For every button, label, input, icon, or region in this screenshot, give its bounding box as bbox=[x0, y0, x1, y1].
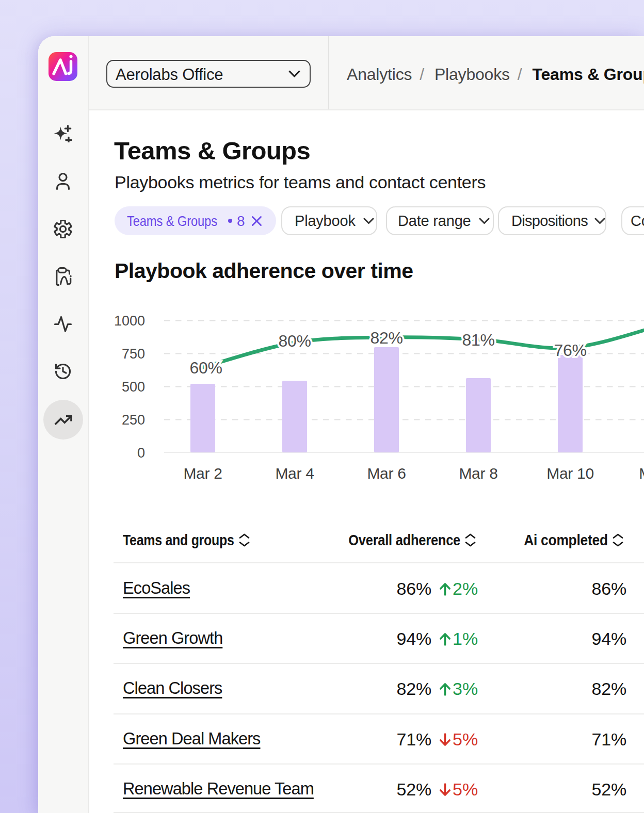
svg-text:500: 500 bbox=[122, 379, 145, 395]
svg-text:0: 0 bbox=[137, 445, 145, 461]
svg-text:Mar 10: Mar 10 bbox=[546, 465, 594, 482]
svg-text:81%: 81% bbox=[462, 331, 494, 349]
svg-text:1000: 1000 bbox=[114, 313, 145, 329]
svg-text:Mar 4: Mar 4 bbox=[275, 465, 314, 482]
svg-text:60%: 60% bbox=[189, 359, 222, 377]
svg-text:82%: 82% bbox=[370, 329, 403, 347]
svg-text:Mar 8: Mar 8 bbox=[459, 465, 497, 482]
svg-text:Mar 12: Mar 12 bbox=[639, 465, 644, 482]
svg-text:Mar 2: Mar 2 bbox=[183, 465, 222, 482]
svg-text:250: 250 bbox=[122, 412, 145, 428]
svg-text:80%: 80% bbox=[278, 332, 311, 350]
svg-text:Mar 6: Mar 6 bbox=[367, 465, 406, 482]
svg-text:76%: 76% bbox=[554, 341, 586, 360]
svg-text:750: 750 bbox=[122, 346, 145, 362]
